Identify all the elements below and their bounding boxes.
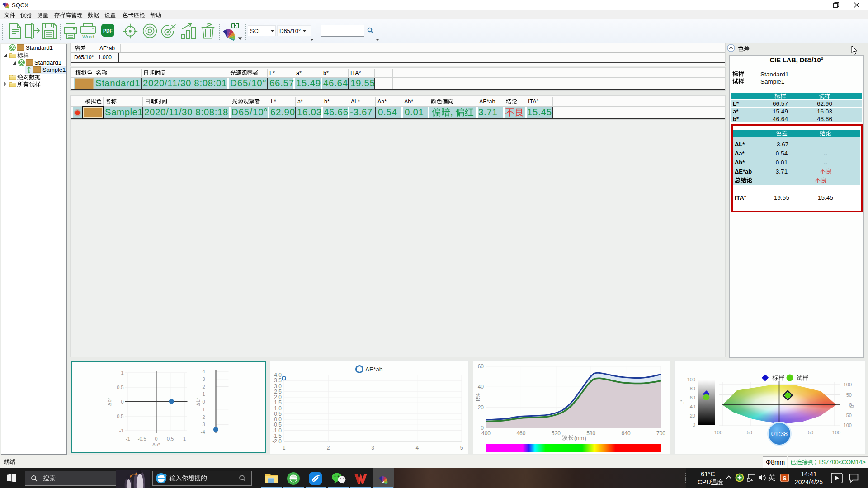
svg-text:2: 2	[327, 445, 330, 451]
svg-text:60: 60	[690, 395, 695, 400]
svg-text:-4: -4	[201, 429, 205, 435]
svg-text:-2.0: -2.0	[272, 438, 282, 445]
svg-text:1: 1	[283, 445, 286, 451]
svg-text:20: 20	[690, 413, 695, 418]
svg-text:580: 580	[586, 430, 595, 436]
svg-text:520: 520	[552, 430, 561, 436]
svg-text:Word: Word	[82, 34, 94, 39]
svg-text:R%: R%	[475, 393, 481, 401]
svg-text:50: 50	[846, 392, 852, 398]
svg-text:3: 3	[371, 445, 374, 451]
svg-text:3: 3	[202, 376, 205, 382]
svg-text:0: 0	[155, 436, 157, 441]
svg-text:-0.5: -0.5	[115, 413, 124, 419]
svg-text:40: 40	[690, 404, 695, 409]
svg-text:700: 700	[656, 430, 665, 436]
svg-text:40: 40	[478, 384, 484, 390]
svg-text:1: 1	[121, 370, 123, 375]
svg-text:-50: -50	[844, 413, 852, 418]
svg-text:-50: -50	[745, 430, 752, 435]
svg-text:100: 100	[832, 430, 840, 435]
svg-text:640: 640	[622, 430, 631, 436]
svg-text:4: 4	[415, 445, 419, 451]
svg-text:5: 5	[460, 445, 463, 451]
svg-text:4: 4	[202, 369, 205, 374]
svg-text:-3: -3	[201, 422, 205, 427]
svg-text:0.5: 0.5	[167, 436, 174, 441]
svg-text:b*: b*	[849, 403, 854, 408]
svg-text:0: 0	[202, 399, 205, 404]
svg-text:ΔL*: ΔL*	[195, 397, 201, 405]
svg-text:PDF: PDF	[103, 28, 113, 33]
svg-text:-1: -1	[119, 428, 124, 433]
svg-text:460: 460	[516, 430, 525, 436]
svg-text:-2: -2	[201, 414, 205, 420]
svg-text:0: 0	[693, 422, 695, 427]
svg-text:1: 1	[202, 391, 205, 397]
svg-text:S: S	[783, 475, 787, 482]
svg-text:1: 1	[183, 436, 186, 441]
svg-text:20: 20	[478, 404, 484, 411]
svg-text:2: 2	[202, 384, 205, 389]
svg-text:-100: -100	[842, 422, 852, 428]
svg-text:60: 60	[478, 363, 484, 370]
svg-text:ΔE*ab: ΔE*ab	[365, 366, 382, 373]
svg-text:-0.5: -0.5	[138, 436, 146, 441]
svg-text:-1: -1	[126, 436, 130, 441]
svg-text:50: 50	[808, 430, 813, 435]
svg-text:0: 0	[121, 399, 123, 404]
svg-text:80: 80	[690, 386, 695, 391]
svg-text:-1: -1	[201, 407, 205, 412]
svg-text:100: 100	[844, 382, 852, 387]
svg-text:L*: L*	[679, 399, 685, 404]
svg-text:-100: -100	[712, 430, 722, 435]
svg-text:0: 0	[481, 425, 484, 431]
svg-text:100: 100	[687, 377, 695, 382]
svg-text:400: 400	[481, 430, 491, 436]
svg-text:Δb*: Δb*	[107, 397, 112, 405]
svg-text:Δa*: Δa*	[152, 442, 160, 447]
svg-text:0.5: 0.5	[117, 385, 123, 390]
